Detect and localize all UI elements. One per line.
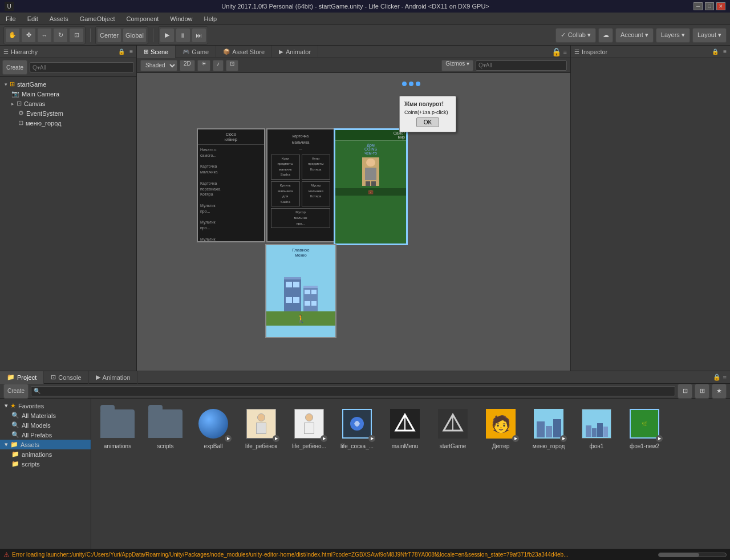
favorites-arrow: ▾ bbox=[5, 402, 8, 409]
person-icon-2 bbox=[294, 409, 324, 439]
layers-button[interactable]: Layers ▾ bbox=[656, 28, 690, 43]
inspector-lock[interactable]: 🔒 bbox=[712, 48, 719, 55]
asset-digger[interactable]: 🧑 ▶ Диггер bbox=[479, 403, 522, 452]
hierarchy-item-canvas[interactable]: ▸ ⊡ Canvas bbox=[0, 99, 136, 108]
animations-folder[interactable]: 📁 animations bbox=[0, 449, 91, 459]
menu-assets[interactable]: Assets bbox=[44, 14, 74, 23]
lock-icon[interactable]: 🔒 bbox=[118, 48, 125, 55]
tab-animation[interactable]: ▶ Animation bbox=[89, 371, 138, 384]
dialog-ok-button[interactable]: OK bbox=[416, 117, 439, 127]
digger-label: Диггер bbox=[492, 443, 510, 449]
asset-filter-2[interactable]: ⊞ bbox=[695, 384, 709, 399]
rotate-tool[interactable]: ↔ bbox=[37, 28, 52, 43]
gizmos-button[interactable]: Gizmos ▾ bbox=[441, 60, 473, 71]
all-models[interactable]: 🔍 All Models bbox=[0, 420, 91, 430]
hierarchy-item-eventsystem[interactable]: ⚙ EventSystem bbox=[0, 108, 136, 118]
hierarchy-item-maincamera[interactable]: 📷 Main Camera bbox=[0, 89, 136, 99]
hierarchy-options[interactable]: ≡ bbox=[129, 48, 133, 55]
asset-grid: animations scripts bbox=[91, 399, 730, 553]
transform-tools: ✋ ✤ ↔ ↻ ⊡ bbox=[3, 26, 86, 44]
move-tool[interactable]: ✤ bbox=[21, 28, 36, 43]
bottom-options[interactable]: ≡ bbox=[723, 374, 727, 381]
asset-life-child2[interactable]: ▶ life_ребёно... bbox=[287, 403, 331, 452]
asset-fon1-new2[interactable]: 🌿 ▶ фон1-new2 bbox=[623, 403, 666, 452]
asset-filter-3[interactable]: ★ bbox=[712, 384, 727, 399]
shading-select[interactable]: Shaded bbox=[140, 60, 177, 71]
scene-panel-options[interactable]: ≡ bbox=[563, 48, 567, 55]
tab-assetstore[interactable]: 📦 Asset Store bbox=[216, 46, 272, 58]
all-materials[interactable]: 🔍 All Materials bbox=[0, 411, 91, 420]
asset-scripts-folder[interactable]: scripts bbox=[144, 403, 187, 452]
assets-root[interactable]: ▾ 📁 Assets bbox=[0, 440, 91, 449]
animations-asset-label: animations bbox=[104, 443, 131, 449]
step-button[interactable]: ⏭ bbox=[192, 28, 206, 43]
effects-button[interactable]: ⊡ bbox=[226, 60, 238, 71]
tab-project[interactable]: 📁 Project bbox=[0, 371, 44, 384]
hand-tool[interactable]: ✋ bbox=[5, 28, 20, 43]
hierarchy-search[interactable] bbox=[30, 62, 134, 72]
menu-gameobject[interactable]: GameObject bbox=[74, 14, 121, 23]
asset-animations-folder[interactable]: animations bbox=[96, 403, 139, 452]
mainmenu-icon bbox=[390, 409, 420, 439]
audio-button[interactable]: ♪ bbox=[213, 60, 224, 71]
hierarchy-create-button[interactable]: Create bbox=[2, 60, 27, 75]
menu-window[interactable]: Window bbox=[164, 14, 198, 23]
window-controls: ─ □ ✕ bbox=[694, 2, 725, 10]
hierarchy-item-menu-city[interactable]: ⊡ меню_город bbox=[0, 118, 136, 128]
hierarchy-item-startgame[interactable]: ▾ ⊞ startGame bbox=[0, 79, 136, 89]
person-head-2 bbox=[305, 413, 313, 421]
unity-scene-icon bbox=[342, 409, 372, 439]
bottom-toolbar: Create ⊡ ⊞ ★ bbox=[0, 384, 730, 399]
asset-menu-city[interactable]: ▶ меню_город bbox=[527, 403, 570, 452]
tab-scene[interactable]: ⊞ Scene bbox=[137, 46, 176, 58]
maximize-button[interactable]: □ bbox=[705, 2, 714, 10]
hierarchy-header: ☰ Hierarchy 🔒 ≡ bbox=[0, 46, 136, 58]
menu-component[interactable]: Component bbox=[120, 14, 164, 23]
tab-animator[interactable]: ▶ Animator bbox=[272, 46, 318, 58]
menu-edit[interactable]: Edit bbox=[22, 14, 44, 23]
asset-search[interactable] bbox=[31, 386, 675, 396]
person-body-1 bbox=[256, 423, 266, 434]
play-button[interactable]: ▶ bbox=[160, 28, 175, 43]
asset-expball[interactable]: ▶ expBall bbox=[192, 403, 235, 452]
tab-game[interactable]: 🎮 Game bbox=[176, 46, 216, 58]
bottom-lock-icon[interactable]: 🔒 bbox=[713, 374, 721, 381]
scene-search[interactable] bbox=[476, 60, 567, 71]
collab-button[interactable]: ✓ Collab ▾ bbox=[555, 28, 596, 43]
all-materials-label: All Materials bbox=[22, 412, 56, 419]
scene-viewport[interactable]: Сосоклікер Начать ссамого... Карточкамал… bbox=[137, 73, 570, 371]
scale-tool[interactable]: ↻ bbox=[53, 28, 68, 43]
project-create-button[interactable]: Create bbox=[3, 384, 29, 399]
asset-life-pacifier[interactable]: ▶ life_соска_... bbox=[335, 403, 379, 452]
layout-button[interactable]: Layout ▾ bbox=[692, 28, 727, 43]
global-button[interactable]: Global bbox=[123, 28, 147, 43]
light-button[interactable]: ☀ bbox=[197, 60, 210, 71]
scene-panel-lock[interactable]: 🔒 bbox=[551, 47, 561, 56]
main-wrapper: ☰ Hierarchy 🔒 ≡ Create ▾ ⊞ startGame bbox=[0, 46, 730, 560]
favorites-header[interactable]: ▾ ★ Favorites bbox=[0, 401, 91, 411]
menu-help[interactable]: Help bbox=[198, 14, 222, 23]
asset-filter-1[interactable]: ⊡ bbox=[678, 384, 692, 399]
asset-fon1[interactable]: фон1 bbox=[575, 403, 618, 452]
scripts-folder[interactable]: 📁 scripts bbox=[0, 459, 91, 469]
menu-file[interactable]: File bbox=[0, 14, 22, 23]
close-button[interactable]: ✕ bbox=[716, 2, 725, 10]
green-card-bottom: 💼 bbox=[335, 188, 406, 196]
all-prefabs[interactable]: 🔍 All Prefabs bbox=[0, 430, 91, 440]
rect-tool[interactable]: ⊡ bbox=[69, 28, 84, 43]
life-child2-thumb: ▶ bbox=[291, 405, 327, 442]
inspector-options[interactable]: ≡ bbox=[723, 48, 727, 55]
cloud-button[interactable]: ☁ bbox=[598, 28, 613, 43]
viewport-background: Сосоклікер Начать ссамого... Карточкамал… bbox=[137, 73, 570, 371]
green-card-text: ДомCOINSчем-то bbox=[335, 141, 406, 157]
asset-startgame[interactable]: startGame bbox=[431, 403, 474, 452]
fon1-label: фон1 bbox=[590, 443, 604, 449]
2d-button[interactable]: 2D bbox=[180, 60, 195, 71]
minimize-button[interactable]: ─ bbox=[694, 2, 703, 10]
asset-mainmenu[interactable]: mainMenu bbox=[383, 403, 427, 452]
pause-button[interactable]: ⏸ bbox=[176, 28, 190, 43]
asset-life-child1[interactable]: ▶ life_ребёнок bbox=[240, 403, 283, 452]
pivot-button[interactable]: Center bbox=[97, 28, 121, 43]
account-button[interactable]: Account ▾ bbox=[615, 28, 654, 43]
tab-console[interactable]: ⊡ Console bbox=[44, 371, 88, 384]
